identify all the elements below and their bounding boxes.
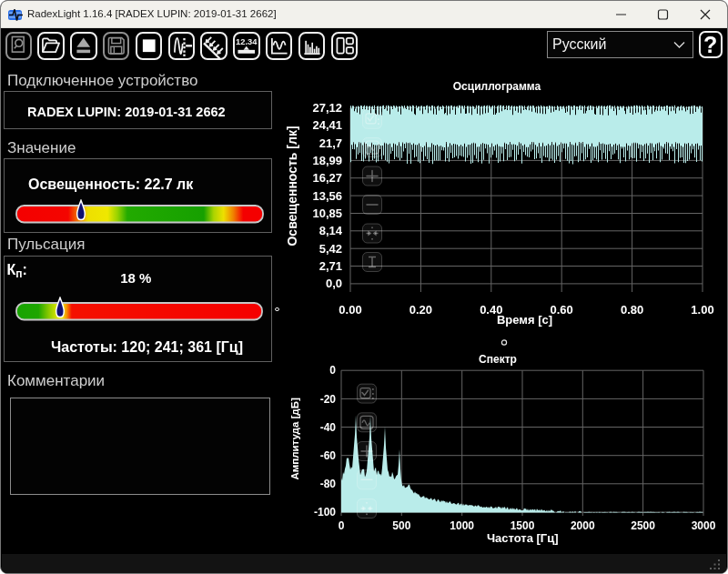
svg-text:0.20: 0.20 <box>410 303 432 317</box>
svg-text:5,42: 5,42 <box>319 242 342 256</box>
svg-text:12.34: 12.34 <box>236 37 258 46</box>
svg-text:10,85: 10,85 <box>312 206 342 220</box>
svg-text:0,0: 0,0 <box>326 277 342 290</box>
svg-text:Освещенность [лк]: Освещенность [лк] <box>285 126 299 246</box>
svg-text:2500: 2500 <box>631 519 655 532</box>
svg-text:Амплитуда [дБ]: Амплитуда [дБ] <box>289 398 300 479</box>
svg-text:500: 500 <box>392 519 410 532</box>
svg-text:18,99: 18,99 <box>312 154 342 167</box>
svg-text:0: 0 <box>329 364 336 377</box>
svg-text:2,71: 2,71 <box>319 259 342 273</box>
svg-text:-60: -60 <box>320 449 337 462</box>
svg-text:-80: -80 <box>320 478 337 490</box>
svg-text:21,7: 21,7 <box>319 136 342 150</box>
svg-text:0.80: 0.80 <box>621 303 643 317</box>
svg-text:0: 0 <box>339 519 345 532</box>
svg-text:13,56: 13,56 <box>312 189 342 203</box>
svg-text:27,12: 27,12 <box>312 101 342 115</box>
svg-text:Время [с]: Время [с] <box>497 313 552 327</box>
svg-text:Осциллограмма: Осциллограмма <box>453 80 541 93</box>
svg-text:8,14: 8,14 <box>319 224 343 237</box>
svg-text:3000: 3000 <box>692 519 716 532</box>
svg-text:24,41: 24,41 <box>312 118 342 132</box>
svg-text:1500: 1500 <box>511 519 535 532</box>
svg-text:-20: -20 <box>320 393 337 406</box>
svg-text:0.00: 0.00 <box>339 303 361 317</box>
svg-text:1.00: 1.00 <box>691 303 713 317</box>
svg-text:Частота [Гц]: Частота [Гц] <box>487 531 559 545</box>
svg-text:-40: -40 <box>320 421 337 434</box>
svg-text:0.60: 0.60 <box>551 303 573 317</box>
svg-text:Спектр: Спектр <box>479 353 517 366</box>
svg-text:-100: -100 <box>314 506 336 519</box>
svg-text:16,27: 16,27 <box>312 171 342 185</box>
svg-text:1000: 1000 <box>450 519 474 532</box>
svg-text:2000: 2000 <box>571 519 595 532</box>
